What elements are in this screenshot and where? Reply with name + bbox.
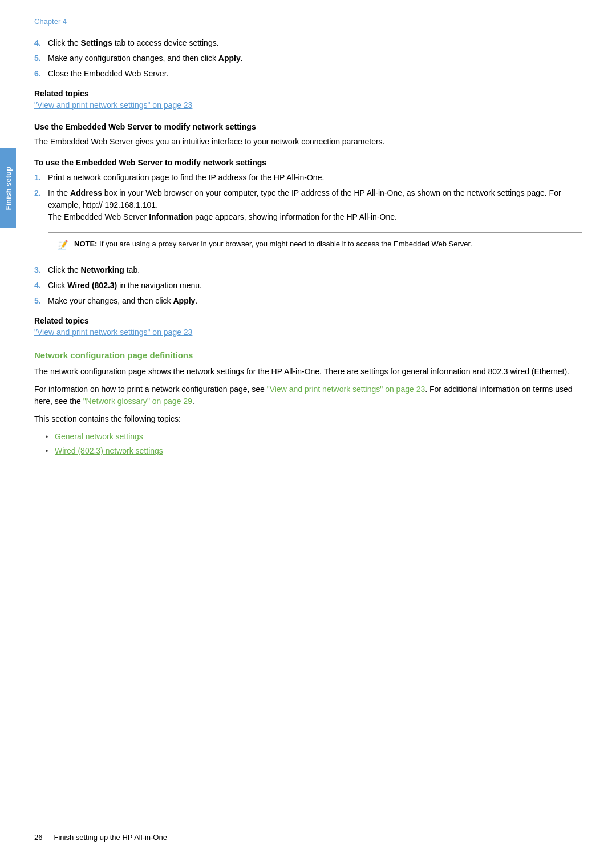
section2-body2-after: .	[192, 397, 194, 406]
list-item: 5. Make your changes, and then click App…	[34, 295, 582, 307]
section1-heading: Use the Embedded Web Server to modify ne…	[34, 122, 582, 131]
section1-sub-heading: To use the Embedded Web Server to modify…	[34, 158, 582, 167]
steps-intro-list: 4. Click the Settings tab to access devi…	[34, 37, 582, 80]
section2-heading: Network configuration page definitions	[34, 350, 582, 360]
note-label: NOTE:	[74, 240, 97, 248]
related-topics-link1[interactable]: "View and print network settings" on pag…	[34, 100, 582, 110]
chapter-header: Chapter 4	[34, 17, 582, 26]
footer-page-num: 26	[34, 833, 42, 842]
note-icon: 📝	[57, 239, 70, 250]
bullet-link-2[interactable]: Wired (802.3) network settings	[55, 445, 163, 457]
note-text-body: If you are using a proxy server in your …	[99, 240, 472, 248]
bullet-link-1[interactable]: General network settings	[55, 431, 143, 443]
list-item: 1. Print a network configuration page to…	[34, 172, 582, 184]
list-item: 6. Close the Embedded Web Server.	[34, 68, 582, 80]
related-topics-heading: Related topics	[34, 89, 582, 98]
side-tab: Finish setup	[0, 148, 16, 228]
list-item: • General network settings	[46, 431, 582, 443]
list-item: 3. Click the Networking tab.	[34, 264, 582, 276]
section1-body: The Embedded Web Server gives you an int…	[34, 136, 582, 148]
section2-body1: The network configuration page shows the…	[34, 366, 582, 378]
section2-body2-before: For information on how to print a networ…	[34, 385, 267, 394]
side-tab-label: Finish setup	[4, 167, 13, 211]
section2-body3: This section contains the following topi…	[34, 413, 582, 425]
bullet-list: • General network settings • Wired (802.…	[46, 431, 582, 457]
section2-link1[interactable]: "View and print network settings" on pag…	[267, 385, 425, 394]
related-topics2-link[interactable]: "View and print network settings" on pag…	[34, 328, 582, 337]
list-item: 4. Click Wired (802.3) in the navigation…	[34, 280, 582, 292]
list-item: 2. In the Address box in your Web browse…	[34, 187, 582, 223]
list-item: 5. Make any configuration changes, and t…	[34, 52, 582, 64]
steps2-list: 1. Print a network configuration page to…	[34, 172, 582, 223]
note-box: 📝 NOTE: If you are using a proxy server …	[48, 232, 582, 256]
section2-link2[interactable]: "Network glossary" on page 29	[83, 397, 192, 406]
footer-text: Finish setting up the HP All-in-One	[54, 833, 167, 842]
related-topics2-heading: Related topics	[34, 316, 582, 325]
section2-body2: For information on how to print a networ…	[34, 383, 582, 407]
page-footer: 26 Finish setting up the HP All-in-One	[34, 833, 582, 842]
steps3-list: 3. Click the Networking tab. 4. Click Wi…	[34, 264, 582, 307]
list-item: 4. Click the Settings tab to access devi…	[34, 37, 582, 49]
list-item: • Wired (802.3) network settings	[46, 445, 582, 457]
